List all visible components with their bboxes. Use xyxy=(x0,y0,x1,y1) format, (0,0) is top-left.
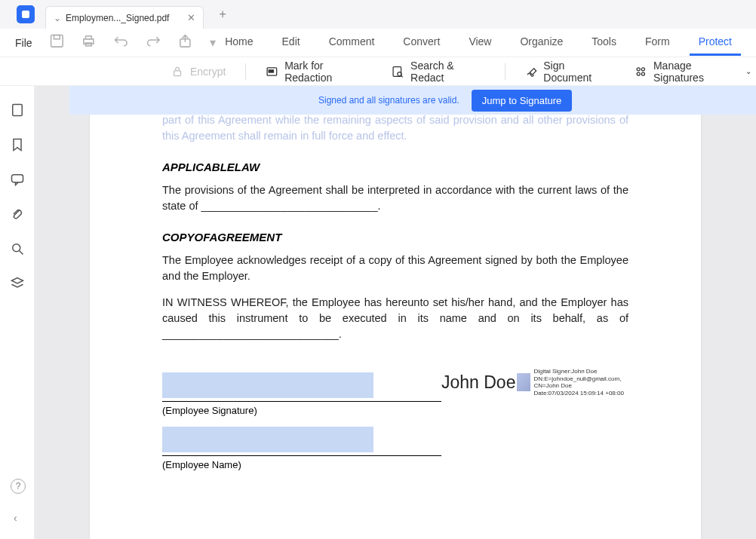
signature-line xyxy=(162,401,441,402)
document-tab[interactable]: ⌄ Employmen..._Signed.pdf ✕ xyxy=(45,6,204,29)
manage-signatures-label: Manage Signatures xyxy=(653,60,738,84)
sig-meta-cn: CN=John Doe xyxy=(533,382,623,390)
thumbnails-icon[interactable] xyxy=(10,103,25,118)
manage-signatures-button[interactable]: Manage Signatures ⌄ xyxy=(630,57,756,87)
svg-point-14 xyxy=(637,72,640,75)
separator xyxy=(505,63,506,80)
redaction-icon xyxy=(266,65,278,78)
share-icon[interactable] xyxy=(177,33,193,52)
svg-rect-3 xyxy=(86,36,92,39)
main-toolbar: File ▾ Home Edit Comment Convert View Or… xyxy=(0,29,756,57)
svg-point-12 xyxy=(637,67,640,70)
file-menu[interactable]: File xyxy=(15,37,32,49)
employee-signature-label: (Employee Signature) xyxy=(162,405,628,416)
document-paragraph: IN WITNESS WHEREOF, the Employee has her… xyxy=(162,295,628,342)
protect-ribbon: Encrypt Mark for Redaction Search & Reda… xyxy=(0,57,756,86)
encrypt-button[interactable]: Encrypt xyxy=(166,62,230,81)
main-area: Signed and all signatures are valid. Jum… xyxy=(0,86,756,539)
section-heading-copyofagreement: COPYOFAGREEMENT xyxy=(162,231,628,243)
new-tab-button[interactable]: + xyxy=(219,8,226,21)
bookmarks-icon[interactable] xyxy=(10,137,25,152)
lock-icon xyxy=(171,65,184,78)
signature-block: John Doe Digital Signer:John Doe DN:E=jo… xyxy=(162,372,628,470)
signer-name: John Doe xyxy=(441,372,515,393)
sig-meta-signer: Digital Signer:John Doe xyxy=(533,368,623,375)
tab-form[interactable]: Form xyxy=(636,29,679,56)
tab-comment[interactable]: Comment xyxy=(320,29,384,56)
collapse-sidebar-button[interactable]: ‹ xyxy=(14,512,17,524)
mark-redaction-label: Mark for Redaction xyxy=(284,60,367,84)
svg-rect-17 xyxy=(11,175,23,182)
employee-signature-field[interactable] xyxy=(162,372,373,398)
tab-convert[interactable]: Convert xyxy=(394,29,449,56)
svg-line-19 xyxy=(19,251,23,255)
tab-edit[interactable]: Edit xyxy=(273,29,309,56)
document-page: part or in whole, such invalidity or une… xyxy=(90,86,701,539)
document-viewport[interactable]: Signed and all signatures are valid. Jum… xyxy=(35,86,756,539)
sig-meta-date: Date:07/03/2024 15:09:14 +08:00 xyxy=(533,390,623,397)
quick-access-toolbar: ▾ xyxy=(49,33,217,52)
dropdown-icon[interactable]: ▾ xyxy=(210,35,216,50)
employee-name-label: (Employee Name) xyxy=(162,459,628,470)
tab-tools[interactable]: Tools xyxy=(582,29,625,56)
separator xyxy=(245,63,246,80)
signature-line xyxy=(162,455,441,456)
svg-rect-1 xyxy=(54,35,60,39)
app-logo[interactable] xyxy=(17,5,35,23)
comments-icon[interactable] xyxy=(10,172,25,187)
svg-rect-0 xyxy=(51,35,63,47)
undo-icon[interactable] xyxy=(113,33,129,52)
save-icon[interactable] xyxy=(49,33,65,52)
tab-protect[interactable]: Protect xyxy=(690,29,741,56)
chevron-down-icon: ⌄ xyxy=(54,13,61,23)
search-icon[interactable] xyxy=(10,241,25,256)
svg-line-11 xyxy=(401,75,403,77)
left-sidebar xyxy=(0,86,35,539)
sign-icon xyxy=(525,65,538,78)
search-redact-icon xyxy=(392,65,404,78)
titlebar: ⌄ Employmen..._Signed.pdf ✕ + xyxy=(0,0,756,29)
help-button[interactable]: ? xyxy=(11,479,26,494)
svg-rect-6 xyxy=(174,70,181,75)
tab-organize[interactable]: Organize xyxy=(511,29,572,56)
jump-to-signature-button[interactable]: Jump to Signature xyxy=(472,90,573,112)
sig-meta-dn: DN:E=johndoe_null@gmail.com, xyxy=(533,375,623,383)
mark-redaction-button[interactable]: Mark for Redaction xyxy=(261,57,372,87)
signature-stamp-icon xyxy=(517,373,530,391)
chevron-down-icon: ⌄ xyxy=(745,67,751,75)
attachments-icon[interactable] xyxy=(10,207,25,222)
digital-signature[interactable]: John Doe Digital Signer:John Doe DN:E=jo… xyxy=(441,368,624,397)
print-icon[interactable] xyxy=(81,33,97,52)
employee-name-field[interactable] xyxy=(162,427,373,452)
search-redact-button[interactable]: Search & Redact xyxy=(387,57,489,87)
signature-metadata: Digital Signer:John Doe DN:E=johndoe_nul… xyxy=(533,368,623,397)
menu-tabs: Home Edit Comment Convert View Organize … xyxy=(216,29,741,56)
sign-document-label: Sign Document xyxy=(543,60,610,84)
layers-icon[interactable] xyxy=(10,276,25,291)
manage-sig-icon xyxy=(635,65,647,78)
document-paragraph: The Employee acknowledges receipt of a c… xyxy=(162,253,628,284)
redo-icon[interactable] xyxy=(146,33,161,52)
tab-home[interactable]: Home xyxy=(216,29,262,56)
tab-title: Employmen..._Signed.pdf xyxy=(66,13,169,23)
document-paragraph: The provisions of the Agreement shall be… xyxy=(162,182,628,214)
close-tab-icon[interactable]: ✕ xyxy=(187,12,195,23)
tab-view[interactable]: View xyxy=(459,29,500,56)
section-heading-applicablelaw: APPLICABLELAW xyxy=(162,161,628,173)
search-redact-label: Search & Redact xyxy=(410,60,485,84)
svg-point-13 xyxy=(642,67,645,70)
signature-banner-text: Signed and all signatures are valid. xyxy=(318,95,459,106)
svg-point-15 xyxy=(642,72,645,75)
signature-banner: Signed and all signatures are valid. Jum… xyxy=(69,86,756,115)
sign-document-button[interactable]: Sign Document xyxy=(521,57,616,87)
svg-rect-16 xyxy=(12,105,22,116)
svg-rect-8 xyxy=(269,69,274,72)
encrypt-label: Encrypt xyxy=(190,66,226,78)
svg-point-18 xyxy=(12,244,20,252)
